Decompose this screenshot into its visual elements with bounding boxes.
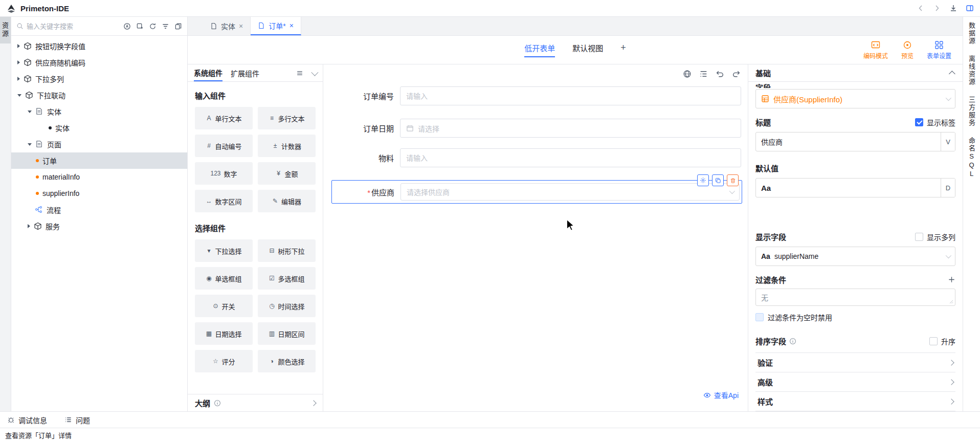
- material-input[interactable]: [400, 148, 741, 167]
- dynamic-bind-button[interactable]: D: [941, 179, 955, 197]
- order-no-input[interactable]: [400, 86, 741, 105]
- copy-field-button[interactable]: [712, 174, 724, 186]
- tab-extension-components[interactable]: 扩展组件: [231, 64, 259, 81]
- component-single-line-text[interactable]: A单行文本: [195, 107, 253, 129]
- supplier-select[interactable]: 请选择供应商: [400, 183, 740, 201]
- tree-item-dropdown-multicol[interactable]: 下拉多列: [11, 71, 187, 87]
- component-dropdown-select[interactable]: ▾下拉选择: [195, 239, 253, 262]
- new-resource-icon[interactable]: [136, 23, 144, 30]
- component-time-picker[interactable]: ◷时间选择: [258, 295, 316, 317]
- dock-datasource-tab[interactable]: 数据源: [967, 22, 976, 45]
- show-label-checkbox[interactable]: [915, 118, 923, 126]
- refresh-icon[interactable]: [149, 23, 157, 30]
- search-input[interactable]: [27, 23, 120, 30]
- sort-asc-checkbox[interactable]: [929, 337, 938, 345]
- chevron-down-icon[interactable]: [28, 143, 32, 146]
- tree-item-dropdown-linkage[interactable]: 下拉联动: [11, 87, 187, 103]
- tree-leaf-materialinfo[interactable]: materialInfo: [11, 169, 187, 185]
- tree-folder-pages[interactable]: 页面: [11, 136, 187, 152]
- component-color-picker[interactable]: ◑颜色选择: [258, 350, 316, 372]
- delete-field-button[interactable]: [727, 174, 739, 186]
- ai-assist-icon[interactable]: [123, 23, 131, 30]
- component-number-range[interactable]: ↔数字区间: [195, 190, 253, 212]
- component-date-picker[interactable]: ▦日期选择: [195, 322, 253, 345]
- component-auto-number[interactable]: #自动编号: [195, 135, 253, 157]
- field-supplier-selected[interactable]: *供应商 请选择供应商: [331, 180, 742, 204]
- redo-icon[interactable]: [732, 70, 741, 78]
- datasource-globe-icon[interactable]: [683, 70, 692, 78]
- outline-tree-icon[interactable]: [699, 70, 708, 78]
- component-rating[interactable]: ☆评分: [195, 350, 253, 372]
- material-input-field[interactable]: [406, 154, 735, 162]
- bound-field-select[interactable]: 供应商(SupplierInfo): [755, 89, 955, 108]
- dock-offline-resources-tab[interactable]: 离线资源: [967, 55, 976, 86]
- default-value-input[interactable]: [756, 179, 941, 197]
- component-counter[interactable]: ±计数器: [258, 135, 316, 157]
- close-icon[interactable]: ×: [239, 22, 243, 30]
- order-date-picker[interactable]: 请选择: [400, 119, 741, 138]
- tab-lowcode-form[interactable]: 低开表单: [524, 42, 555, 57]
- tree-folder-entity[interactable]: 实体: [11, 103, 187, 120]
- tree-item-button-toggle[interactable]: 按钮切换字段值: [11, 38, 187, 54]
- locate-file-icon[interactable]: [174, 23, 182, 30]
- debug-info-button[interactable]: 调试信息: [7, 415, 47, 425]
- chevron-right-icon[interactable]: [17, 44, 20, 48]
- filter-input[interactable]: [756, 289, 955, 305]
- tree-leaf-supplierinfo[interactable]: supplierInfo: [11, 185, 187, 202]
- chevron-right-icon[interactable]: [17, 77, 20, 81]
- chevron-right-icon[interactable]: [28, 224, 30, 228]
- section-style[interactable]: 样式: [755, 392, 955, 411]
- filter-empty-disable-checkbox[interactable]: [755, 313, 764, 321]
- chevron-down-icon[interactable]: [17, 94, 21, 97]
- tab-system-components[interactable]: 系统组件: [194, 64, 222, 81]
- field-order-no[interactable]: 订单编号: [323, 86, 741, 105]
- add-view-button[interactable]: +: [620, 42, 626, 57]
- order-no-input-field[interactable]: [406, 92, 735, 100]
- form-settings-button[interactable]: 表单设置: [927, 40, 951, 60]
- panel-collapse-icon[interactable]: [311, 69, 318, 76]
- layout-icon[interactable]: [966, 4, 974, 12]
- component-radio-group[interactable]: ◉单选框组: [195, 267, 253, 290]
- tree-leaf-order-selected[interactable]: 订单: [11, 152, 187, 169]
- field-order-date[interactable]: 订单日期 请选择: [323, 119, 741, 138]
- tree-item-supplier-random[interactable]: 供应商随机编码: [11, 54, 187, 71]
- close-icon[interactable]: ×: [289, 21, 294, 30]
- tree-item-services[interactable]: 服务: [11, 218, 187, 234]
- tab-default-view[interactable]: 默认视图: [572, 42, 603, 57]
- title-input[interactable]: [756, 132, 941, 151]
- tree-leaf-entity[interactable]: 实体: [11, 120, 187, 136]
- chevron-up-icon[interactable]: [949, 71, 955, 77]
- filter-list-icon[interactable]: [162, 23, 169, 30]
- panel-menu-icon[interactable]: [296, 70, 303, 77]
- tab-order-active[interactable]: 订单* ×: [251, 17, 301, 35]
- code-mode-button[interactable]: 编码模式: [863, 40, 888, 60]
- tab-entity[interactable]: 实体 ×: [203, 17, 251, 35]
- outline-toggle[interactable]: 大纲: [188, 394, 323, 411]
- section-advanced[interactable]: 高级: [755, 372, 955, 392]
- display-field-select[interactable]: Aa supplierName: [755, 247, 955, 266]
- show-multicol-checkbox[interactable]: [915, 233, 923, 241]
- field-settings-button[interactable]: [697, 174, 709, 186]
- problems-button[interactable]: 问题: [64, 415, 90, 425]
- chevron-right-icon[interactable]: [17, 60, 20, 64]
- resize-handle-icon[interactable]: [949, 300, 953, 304]
- component-switch[interactable]: ⊙开关: [195, 295, 253, 317]
- component-number[interactable]: 123数字: [195, 162, 253, 185]
- view-api-link[interactable]: 查看Api: [703, 390, 739, 400]
- resources-vertical-tab[interactable]: 资源: [0, 17, 11, 43]
- section-validation[interactable]: 验证: [755, 353, 955, 372]
- form-canvas[interactable]: 订单编号 订单日期 请选择 物料: [323, 64, 748, 411]
- tree-item-process[interactable]: 流程: [11, 202, 187, 218]
- field-material[interactable]: 物料: [323, 148, 741, 167]
- component-amount[interactable]: ¥金额: [258, 162, 316, 185]
- nav-forward-icon[interactable]: [933, 4, 941, 12]
- nav-back-icon[interactable]: [917, 4, 925, 12]
- variable-bind-button[interactable]: V: [941, 132, 955, 151]
- dock-thirdparty-services-tab[interactable]: 三方服务: [967, 96, 976, 127]
- undo-icon[interactable]: [716, 70, 724, 78]
- dock-named-sql-tab[interactable]: 命名SQL: [967, 137, 976, 179]
- preview-button[interactable]: 预览: [901, 40, 914, 60]
- import-icon[interactable]: [949, 4, 957, 12]
- component-checkbox-group[interactable]: ☑多选框组: [258, 267, 316, 290]
- component-date-range[interactable]: ▥日期区间: [258, 322, 316, 345]
